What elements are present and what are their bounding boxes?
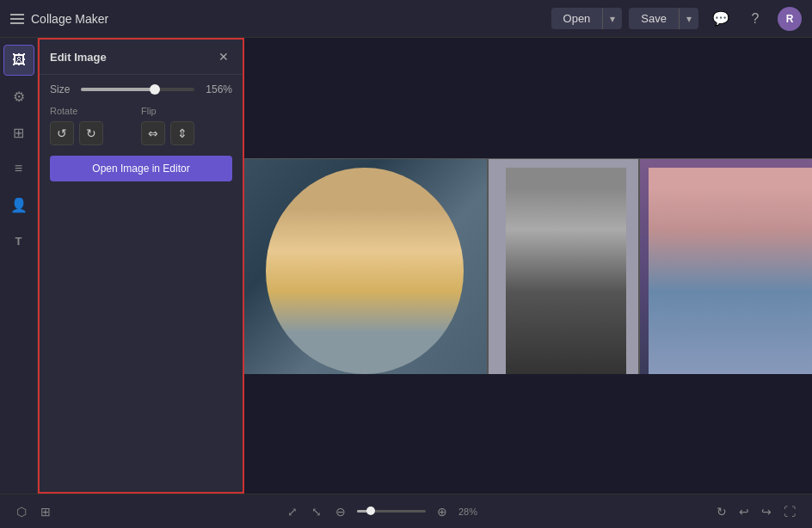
open-image-in-editor-button[interactable]: Open Image in Editor [50,156,232,181]
fit-icon[interactable]: ⤢ [285,502,300,521]
help-icon[interactable]: ? [743,7,767,31]
size-value: 156% [201,83,232,95]
bottombar-left: ⬡ ⊞ [14,502,53,521]
save-dropdown-arrow[interactable]: ▾ [679,9,698,29]
rotate-controls: ↺ ↻ [50,121,141,145]
sidebar-item-table[interactable]: ≡ [3,153,34,184]
avatar[interactable]: R [778,7,802,31]
menu-icon[interactable] [10,14,24,24]
size-row: Size 156% [50,83,232,95]
save-button[interactable]: Save [629,8,679,29]
person-figure-1 [266,168,464,374]
undo-icon[interactable]: ↩ [736,502,752,521]
bottombar: ⬡ ⊞ ⤢ ⤡ ⊖ ⊕ 28% ↻ ↩ ↪ ⛶ [0,494,812,528]
open-dropdown-arrow[interactable]: ▾ [602,9,622,29]
zoom-percentage: 28% [458,507,483,517]
sidebar-item-people[interactable]: 👤 [3,189,34,220]
save-button-group: Save ▾ [629,8,698,29]
flip-label: Flip [141,106,232,116]
sidebar-item-adjust[interactable]: ⚙ [3,81,34,112]
person-figure-3 [649,168,812,374]
sidebar: 🖼 ⚙ ⊞ ≡ 👤 T [0,38,38,494]
refresh-icon[interactable]: ↻ [714,502,729,521]
size-label: Size [50,83,74,95]
rotate-section: Rotate ↺ ↻ [50,106,141,145]
app-title: Collage Maker [31,12,108,26]
person-figure-2 [506,168,626,374]
collage-canvas[interactable] [244,158,812,373]
open-button-group: Open ▾ [551,8,623,29]
rotate-ccw-button[interactable]: ↺ [50,121,74,145]
open-button[interactable]: Open [551,8,603,29]
zoom-slider[interactable] [357,510,426,513]
panel-title: Edit Image [50,51,107,64]
close-panel-button[interactable]: ✕ [215,48,232,65]
topbar-center: Open ▾ Save ▾ [551,8,698,29]
topbar: Collage Maker Open ▾ Save ▾ 💬 ? R [0,0,812,38]
rotate-flip-section: Rotate ↺ ↻ Flip ⇔ ⇕ [50,106,232,145]
canvas-area [244,38,812,494]
layers-icon[interactable]: ⬡ [14,502,29,521]
collage-image-1[interactable] [244,159,489,374]
topbar-right: 💬 ? R [709,7,802,31]
expand-icon[interactable]: ⤡ [309,502,324,521]
size-slider[interactable] [81,88,194,91]
rotate-label: Rotate [50,106,141,116]
redo-icon[interactable]: ↪ [759,502,774,521]
flip-section: Flip ⇔ ⇕ [141,106,232,145]
chat-icon[interactable]: 💬 [709,7,733,31]
sidebar-item-images[interactable]: 🖼 [3,45,34,76]
rotate-cw-button[interactable]: ↻ [79,121,103,145]
zoom-in-icon[interactable]: ⊕ [434,502,450,521]
flip-controls: ⇔ ⇕ [141,121,232,145]
topbar-left: Collage Maker [10,12,541,26]
panel-header: Edit Image ✕ [40,40,243,75]
fullscreen-icon[interactable]: ⛶ [781,502,798,521]
edit-image-panel: Edit Image ✕ Size 156% [38,38,244,494]
bottombar-center: ⤢ ⤡ ⊖ ⊕ 28% [285,502,483,521]
flip-vertical-button[interactable]: ⇕ [170,121,194,145]
main: 🖼 ⚙ ⊞ ≡ 👤 T Edit Image ✕ Size [0,38,812,494]
bottombar-right: ↻ ↩ ↪ ⛶ [714,502,798,521]
collage-image-3[interactable] [640,159,812,374]
panel-body: Size 156% Rotate ↺ ↻ [40,75,243,190]
sidebar-item-text[interactable]: T [3,225,34,256]
collage-image-2[interactable] [489,159,639,374]
size-section: Size 156% [50,83,232,95]
zoom-out-icon[interactable]: ⊖ [333,502,348,521]
flip-horizontal-button[interactable]: ⇔ [141,121,165,145]
grid-view-icon[interactable]: ⊞ [38,502,53,521]
sidebar-item-grid[interactable]: ⊞ [3,117,34,148]
